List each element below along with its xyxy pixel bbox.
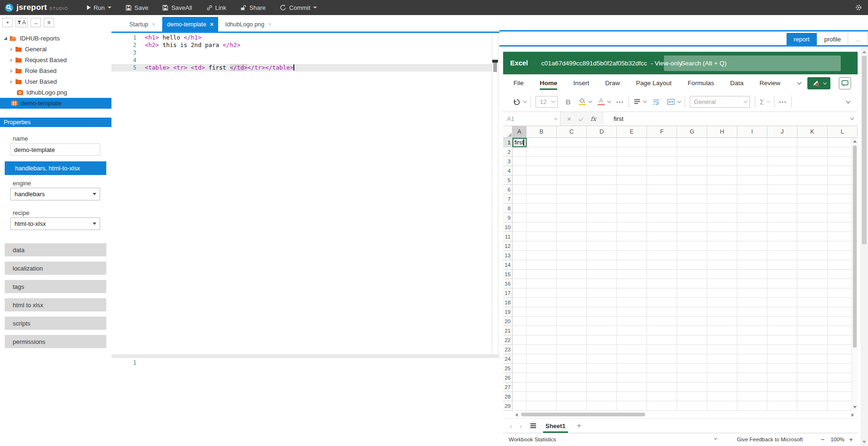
cell-g15[interactable] (677, 270, 707, 279)
cell-e12[interactable] (617, 241, 647, 251)
cell-c6[interactable] (557, 185, 587, 194)
tree-item-idhublogo-png[interactable]: IdhubLogo.png (0, 87, 111, 98)
editing-mode-button[interactable] (807, 77, 830, 89)
commit-button[interactable]: Commit (280, 4, 317, 11)
bold-button[interactable]: B (566, 98, 571, 106)
cell-c16[interactable] (557, 279, 587, 288)
cell-f12[interactable] (647, 241, 677, 251)
cell-j28[interactable] (767, 392, 797, 401)
cell-a17[interactable] (513, 288, 527, 298)
cell-h1[interactable] (707, 138, 737, 147)
cell-f5[interactable] (647, 175, 677, 185)
cell-a21[interactable] (513, 326, 527, 335)
cell-f17[interactable] (647, 288, 677, 298)
workbook-statistics[interactable]: Workbook Statistics (509, 437, 556, 442)
cell-e7[interactable] (617, 194, 647, 204)
horizontal-scroll-thumb[interactable] (521, 413, 645, 416)
cell-j22[interactable] (767, 335, 797, 345)
cell-d6[interactable] (587, 185, 617, 194)
cell-f4[interactable] (647, 166, 677, 175)
cell-b12[interactable] (527, 241, 557, 251)
cell-j20[interactable] (767, 317, 797, 326)
row-header-5[interactable]: 5 (503, 175, 513, 185)
section-scripts[interactable]: scripts (5, 317, 106, 330)
cell-a26[interactable] (513, 373, 527, 382)
cell-c7[interactable] (557, 194, 587, 204)
cell-b5[interactable] (527, 175, 557, 185)
cell-k8[interactable] (797, 204, 828, 213)
cell-c29[interactable] (557, 401, 587, 411)
cell-d7[interactable] (587, 194, 617, 204)
cell-d8[interactable] (587, 204, 617, 213)
cell-k11[interactable] (797, 232, 828, 241)
cell-a5[interactable] (513, 175, 527, 185)
cell-i19[interactable] (737, 307, 767, 317)
cell-j6[interactable] (767, 185, 797, 194)
tree-menu-button[interactable]: ≡ (44, 18, 54, 27)
cell-g1[interactable] (677, 138, 707, 147)
cell-h26[interactable] (707, 373, 737, 382)
code-line-1[interactable]: 1 (111, 359, 492, 366)
cell-d10[interactable] (587, 223, 617, 232)
cell-d13[interactable] (587, 251, 617, 260)
scroll-up-icon[interactable] (853, 140, 857, 143)
add-sheet-button[interactable]: + (577, 422, 581, 430)
undo-button[interactable] (513, 98, 526, 106)
cell-h9[interactable] (707, 213, 737, 223)
cell-h29[interactable] (707, 401, 737, 411)
preview-tab-profile[interactable]: profile (817, 33, 848, 45)
cell-d14[interactable] (587, 260, 617, 270)
cell-c10[interactable] (557, 223, 587, 232)
cell-i7[interactable] (737, 194, 767, 204)
cell-j23[interactable] (767, 345, 797, 354)
zoom-in-button[interactable]: + (849, 436, 853, 443)
prev-sheet-button[interactable]: ‹ (510, 422, 512, 430)
cell-b19[interactable] (527, 307, 557, 317)
code-line-1[interactable]: 1<h1> hello </h1> (111, 34, 492, 41)
cell-c24[interactable] (557, 354, 587, 364)
preview-scrollbar[interactable] (860, 48, 868, 446)
vertical-scroll-thumb[interactable] (853, 145, 857, 348)
cell-d17[interactable] (587, 288, 617, 298)
cell-i1[interactable] (737, 138, 767, 147)
ribbon-tab-data[interactable]: Data (730, 74, 744, 92)
code-line-3[interactable]: 3 (111, 49, 492, 56)
formula-input[interactable]: first (603, 112, 858, 126)
cell-f15[interactable] (647, 270, 677, 279)
cell-e14[interactable] (617, 260, 647, 270)
cell-i6[interactable] (737, 185, 767, 194)
ribbon-chevron-down-icon[interactable] (797, 80, 802, 85)
cell-e29[interactable] (617, 401, 647, 411)
cell-f16[interactable] (647, 279, 677, 288)
cell-j10[interactable] (767, 223, 797, 232)
row-header-11[interactable]: 11 (503, 232, 513, 241)
cell-b28[interactable] (527, 392, 557, 401)
cell-a13[interactable] (513, 251, 527, 260)
cell-c26[interactable] (557, 373, 587, 382)
cell-k23[interactable] (797, 345, 828, 354)
ribbon-tab-formulas[interactable]: Formulas (687, 74, 714, 92)
cell-i24[interactable] (737, 354, 767, 364)
cell-k28[interactable] (797, 392, 828, 401)
excel-search-box[interactable]: Search (Alt + Q) (664, 56, 841, 71)
code-editor[interactable]: 1<h1> hello </h1>2<h2> this is 2nd para … (111, 34, 492, 72)
cell-a20[interactable] (513, 317, 527, 326)
cell-b18[interactable] (527, 298, 557, 307)
cell-j5[interactable] (767, 175, 797, 185)
cell-f2[interactable] (647, 147, 677, 157)
cell-g11[interactable] (677, 232, 707, 241)
cell-k17[interactable] (797, 288, 828, 298)
cell-e27[interactable] (617, 382, 647, 392)
cell-c2[interactable] (557, 147, 587, 157)
column-header-e[interactable]: E (617, 126, 647, 138)
cell-j25[interactable] (767, 364, 797, 373)
cell-b14[interactable] (527, 260, 557, 270)
cell-j9[interactable] (767, 213, 797, 223)
ribbon-collapse-icon[interactable] (846, 99, 851, 104)
cell-e9[interactable] (617, 213, 647, 223)
cell-f14[interactable] (647, 260, 677, 270)
cell-b13[interactable] (527, 251, 557, 260)
cell-f7[interactable] (647, 194, 677, 204)
cell-h5[interactable] (707, 175, 737, 185)
name-box[interactable]: A1 (503, 112, 560, 126)
